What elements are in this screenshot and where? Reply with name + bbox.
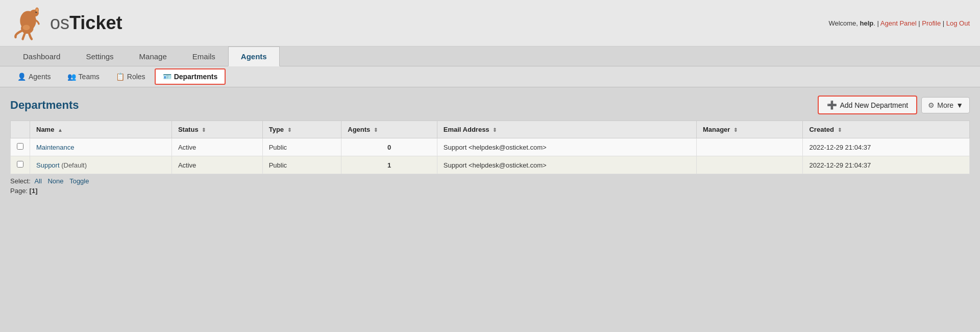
maintenance-link[interactable]: Maintenance	[36, 144, 74, 151]
sub-nav: 👤 Agents 👥 Teams 📋 Roles 🪪 Departments	[0, 66, 980, 87]
page-header-row: Departments ➕ Add New Department ⚙ More …	[10, 96, 970, 114]
subnav-departments-label: Departments	[174, 73, 218, 81]
row1-email-cell: Support <helpdesk@osticket.com>	[437, 138, 696, 156]
row2-manager-cell	[696, 156, 803, 174]
header-actions: ➕ Add New Department ⚙ More ▼	[818, 96, 970, 114]
main-nav: Dashboard Settings Manage Emails Agents	[0, 46, 980, 66]
add-button-label: Add New Department	[840, 101, 908, 109]
status-sort-icon: ⇕	[202, 127, 206, 133]
row2-type-cell: Public	[262, 156, 341, 174]
select-label: Select:	[10, 177, 31, 185]
svg-point-4	[35, 12, 37, 13]
roles-icon: 📋	[116, 73, 125, 81]
type-sort-icon: ⇕	[287, 127, 291, 133]
col-header-checkbox	[11, 121, 30, 138]
header-right: Welcome, help. | Agent Panel | Profile |…	[828, 19, 970, 27]
row2-agents-cell: 1	[341, 156, 437, 174]
row1-checkbox-cell	[11, 138, 30, 156]
subnav-departments[interactable]: 🪪 Departments	[155, 68, 226, 85]
select-row: Select: All None Toggle	[10, 177, 970, 185]
plus-icon: ➕	[827, 100, 837, 110]
profile-link[interactable]: Profile	[922, 19, 941, 27]
row1-name-cell: Maintenance	[30, 138, 172, 156]
col-header-name[interactable]: Name ▲	[30, 121, 172, 138]
content-area: Departments ➕ Add New Department ⚙ More …	[0, 87, 980, 203]
select-none-link[interactable]: None	[47, 177, 63, 185]
table-row: Support (Default) Active Public 1 Suppor…	[11, 156, 970, 174]
page-title: Departments	[10, 99, 79, 112]
page-row: Page: [1]	[10, 187, 970, 195]
col-header-created[interactable]: Created ⇕	[803, 121, 970, 138]
row1-status-cell: Active	[172, 138, 262, 156]
select-toggle-link[interactable]: Toggle	[69, 177, 89, 185]
created-sort-icon: ⇕	[838, 127, 842, 133]
support-link[interactable]: Support (Default)	[36, 161, 87, 169]
more-button[interactable]: ⚙ More ▼	[921, 97, 970, 113]
col-header-type[interactable]: Type ⇕	[262, 121, 341, 138]
teams-icon: 👥	[67, 73, 76, 81]
logo-text: osTicket	[50, 14, 122, 32]
col-header-agents[interactable]: Agents ⇕	[341, 121, 437, 138]
subnav-agents[interactable]: 👤 Agents	[10, 69, 58, 84]
row2-email-cell: Support <helpdesk@osticket.com>	[437, 156, 696, 174]
agent-panel-link[interactable]: Agent Panel	[880, 19, 917, 27]
manager-sort-icon: ⇕	[733, 127, 738, 133]
nav-item-agents[interactable]: Agents	[228, 46, 280, 66]
logout-link[interactable]: Log Out	[946, 19, 970, 27]
subnav-roles-label: Roles	[127, 73, 145, 81]
header: osTicket Welcome, help. | Agent Panel | …	[0, 0, 980, 46]
svg-point-3	[36, 8, 38, 12]
gear-icon: ⚙	[928, 101, 935, 109]
name-sort-icon: ▲	[58, 127, 63, 133]
welcome-text: Welcome,	[828, 19, 858, 27]
departments-icon: 🪪	[163, 73, 172, 81]
row1-checkbox[interactable]	[17, 143, 23, 150]
nav-item-dashboard[interactable]: Dashboard	[10, 46, 73, 66]
svg-point-6	[23, 25, 30, 31]
departments-table: Name ▲ Status ⇕ Type ⇕ Agents ⇕ Email Ad…	[10, 121, 970, 174]
logo-kangaroo-icon	[10, 5, 46, 41]
agents-icon: 👤	[17, 73, 26, 81]
col-header-manager[interactable]: Manager ⇕	[696, 121, 803, 138]
default-label: (Default)	[61, 161, 87, 169]
row2-checkbox-cell	[11, 156, 30, 174]
page-number: [1]	[30, 187, 38, 195]
row2-name-cell: Support (Default)	[30, 156, 172, 174]
user-name: help	[860, 19, 874, 27]
nav-item-emails[interactable]: Emails	[180, 46, 228, 66]
table-row: Maintenance Active Public 0 Support <hel…	[11, 138, 970, 156]
row1-created-cell: 2022-12-29 21:04:37	[803, 138, 970, 156]
table-header-row: Name ▲ Status ⇕ Type ⇕ Agents ⇕ Email Ad…	[11, 121, 970, 138]
select-all-link[interactable]: All	[34, 177, 41, 185]
row1-agents-cell: 0	[341, 138, 437, 156]
table-footer: Select: All None Toggle Page: [1]	[10, 177, 970, 195]
page-label: Page:	[10, 187, 28, 195]
row2-status-cell: Active	[172, 156, 262, 174]
row2-checkbox[interactable]	[17, 161, 23, 168]
nav-item-settings[interactable]: Settings	[73, 46, 126, 66]
subnav-teams[interactable]: 👥 Teams	[60, 69, 107, 84]
dropdown-arrow-icon: ▼	[956, 101, 963, 109]
logo-area: osTicket	[10, 5, 122, 41]
subnav-teams-label: Teams	[79, 73, 100, 81]
agents-sort-icon: ⇕	[374, 127, 378, 133]
add-new-department-button[interactable]: ➕ Add New Department	[818, 96, 917, 114]
row1-manager-cell	[696, 138, 803, 156]
more-button-label: More	[937, 101, 953, 109]
row1-type-cell: Public	[262, 138, 341, 156]
col-header-status[interactable]: Status ⇕	[172, 121, 262, 138]
col-header-email[interactable]: Email Address ⇕	[437, 121, 696, 138]
row2-created-cell: 2022-12-29 21:04:37	[803, 156, 970, 174]
subnav-roles[interactable]: 📋 Roles	[109, 69, 153, 84]
subnav-agents-label: Agents	[29, 73, 51, 81]
email-sort-icon: ⇕	[493, 127, 497, 133]
nav-item-manage[interactable]: Manage	[127, 46, 180, 66]
